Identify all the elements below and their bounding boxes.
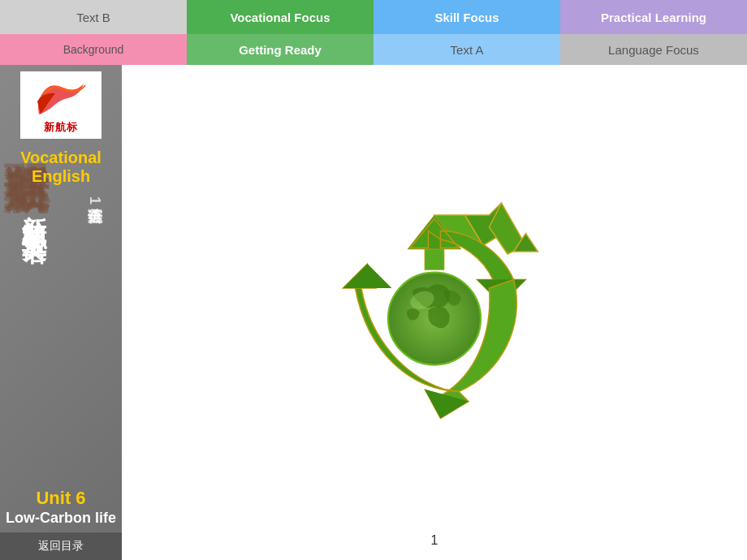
page-number: 1 <box>431 533 438 548</box>
tab-getting-ready[interactable]: Getting Ready <box>187 34 374 65</box>
tab-text-b[interactable]: Text B <box>0 0 187 34</box>
sidebar-title: Vocational English <box>0 142 122 192</box>
tab-practical-learning[interactable]: Practical Learning <box>560 0 747 34</box>
unit-label: Unit 6 <box>4 488 118 509</box>
tab-background[interactable]: Background <box>0 34 187 65</box>
logo-area: 新航标 <box>20 71 101 139</box>
chinese-text-sub: 综合英语1 <box>85 196 105 476</box>
main-area: 新航标职业英语话 新航标 Vocational English 新航标职业英语 … <box>0 65 747 560</box>
sidebar-vocational-label: Vocational <box>4 149 118 167</box>
sidebar-english-label: English <box>4 167 118 186</box>
nav-row1: Text B Vocational Focus Skill Focus Prac… <box>0 0 747 34</box>
back-button[interactable]: 返回目录 <box>0 532 122 560</box>
tab-vocational-focus[interactable]: Vocational Focus <box>187 0 374 34</box>
chinese-text-main: 新航标职业英语 <box>17 196 50 476</box>
sidebar-unit: Unit 6 Low-Carbon life <box>0 480 122 532</box>
nav-row2: Background Getting Ready Text A Language… <box>0 34 747 65</box>
recycle-icon-wrapper <box>122 65 747 560</box>
logo-bird-icon <box>31 75 92 120</box>
sidebar: 新航标职业英语话 新航标 Vocational English 新航标职业英语 … <box>0 65 122 560</box>
recycle-earth-icon <box>313 191 556 434</box>
sidebar-chinese-section: 新航标职业英语 综合英语1 <box>0 192 122 480</box>
top-nav: Text B Vocational Focus Skill Focus Prac… <box>0 0 747 65</box>
tab-skill-focus[interactable]: Skill Focus <box>374 0 560 34</box>
tab-language-focus[interactable]: Language Focus <box>560 34 747 65</box>
logo-text: 新航标 <box>44 120 78 135</box>
content-area: 1 <box>122 65 747 560</box>
tab-text-a[interactable]: Text A <box>374 34 560 65</box>
unit-subtitle: Low-Carbon life <box>4 509 118 528</box>
